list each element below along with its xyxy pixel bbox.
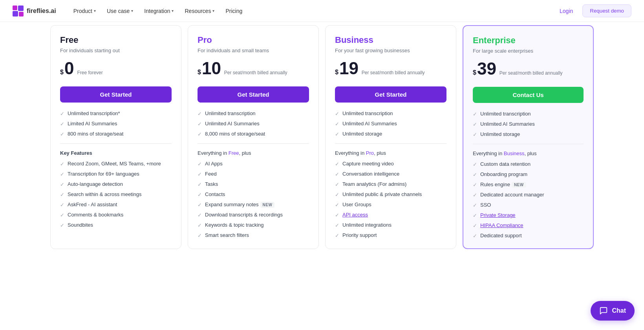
feature-text: Soundbites [68,222,93,228]
highlight-item: ✓ Unlimited storage [473,131,584,138]
nav-actions: Login Request demo [555,4,631,17]
nav-item-resources[interactable]: Resources ▾ [180,6,219,16]
feature-text[interactable]: HIPAA Compliance [480,222,523,228]
feature-item: ✓ Dedicated support [473,233,584,239]
login-link[interactable]: Login [555,6,578,16]
feature-list: ✓ AI Apps ✓ Feed ✓ Tasks ✓ Contacts ✓ Ex… [198,161,309,238]
price-amount: 10 [202,60,221,77]
feature-text: Dedicated account manager [480,192,544,198]
highlight-list: ✓ Unlimited transcription ✓ Unlimited AI… [198,110,309,137]
feature-text: Feed [205,171,217,177]
check-icon: ✓ [198,222,202,228]
nav-item-usecase[interactable]: Use case ▾ [102,6,138,16]
logo-link[interactable]: fireflies.ai [13,6,56,16]
check-icon: ✓ [473,132,477,138]
check-icon: ✓ [473,202,477,208]
feature-text: Comments & bookmarks [68,212,123,218]
check-icon: ✓ [335,222,339,228]
feature-item: ✓ Team analytics (For admins) [335,181,446,187]
check-icon: ✓ [473,111,477,117]
plan-desc: For large scale enterprises [473,48,584,54]
chevron-down-icon: ▾ [94,9,96,13]
plan-price: $ 39 Per seat/month billed annually [473,60,584,81]
highlight-list: ✓ Unlimited transcription* ✓ Limited AI … [60,110,172,137]
check-icon: ✓ [335,171,339,177]
plan-desc: For individuals and small teams [198,48,309,53]
check-icon: ✓ [198,131,202,137]
feature-item: ✓ Soundbites [60,222,172,228]
highlight-text: Limited AI Summaries [68,121,117,126]
nav-item-pricing[interactable]: Pricing [221,6,247,16]
feature-item: ✓ User Groups [335,202,446,208]
svg-rect-3 [19,12,24,16]
check-icon: ✓ [335,121,339,127]
plan-cta-business[interactable]: Get Started [335,86,446,103]
plan-cta-pro[interactable]: Get Started [198,86,309,103]
check-icon: ✓ [60,171,64,177]
highlight-item: ✓ Unlimited transcription [473,111,584,117]
feature-text: Download transcripts & recordings [205,212,283,218]
feature-item: ✓ Keywords & topic tracking [198,222,309,228]
feature-text: Onboarding program [480,171,527,177]
feature-item: ✓ Contacts [198,191,309,198]
pricing-section: Free For individuals starting out $ 0 Fr… [0,22,644,268]
highlight-item: ✓ Unlimited storage [335,131,446,137]
plan-name: Business [335,35,446,45]
highlight-text: Unlimited transcription [480,111,531,117]
highlight-text: Unlimited storage [342,131,382,137]
feature-text: AI Apps [205,161,223,167]
feature-item: ✓ Private Storage [473,212,584,218]
highlight-text: Unlimited transcription* [68,110,120,116]
feature-item: ✓ SSO [473,202,584,208]
price-dollar: $ [198,69,201,76]
check-icon: ✓ [198,212,202,218]
new-badge: NEW [260,202,275,208]
feature-text: User Groups [342,202,371,207]
check-icon: ✓ [335,212,339,218]
feature-text: Auto-language detection [68,181,123,187]
check-icon: ✓ [198,161,202,167]
check-icon: ✓ [473,213,477,218]
highlight-text: Unlimited AI Summaries [480,121,535,127]
nav-item-product[interactable]: Product ▾ [69,6,101,16]
check-icon: ✓ [60,161,64,167]
plan-price: $ 19 Per seat/month billed annually [335,60,446,80]
price-dollar: $ [60,69,64,76]
feature-item: ✓ Search within & across meetings [60,191,172,198]
price-dollar: $ [473,69,476,76]
feature-item: ✓ Custom data retention [473,161,584,167]
plan-card-business: Business For your fast growing businesse… [325,25,456,249]
plan-card-pro: Pro For individuals and small teams $ 10… [188,25,319,249]
check-icon: ✓ [198,202,202,208]
feature-text[interactable]: Private Storage [480,212,516,218]
feature-item: ✓ HIPAA Compliance [473,222,584,229]
nav-item-integration[interactable]: Integration ▾ [139,6,178,16]
feature-text: Transcription for 69+ languages [68,171,139,177]
price-desc: Free forever [77,70,102,76]
feature-item: ✓ Unlimited integrations [335,222,446,228]
check-icon: ✓ [473,192,477,198]
plan-cta-enterprise[interactable]: Contact Us [473,87,584,103]
plan-name: Pro [198,35,309,45]
highlight-text: 800 mins of storage/seat [68,131,123,137]
price-desc: Per seat/month billed annually [224,70,287,76]
highlight-list: ✓ Unlimited transcription ✓ Unlimited AI… [473,111,584,138]
section-title: Everything in Pro, plus [335,150,446,156]
feature-text: Expand summary notesNEW [205,202,274,207]
chevron-down-icon: ▾ [131,9,133,13]
feature-item: ✓ Onboarding program [473,171,584,178]
plan-cta-free[interactable]: Get Started [60,86,172,103]
feature-text[interactable]: API access [342,212,368,218]
feature-item: ✓ Auto-language detection [60,181,172,187]
feature-item: ✓ Priority support [335,232,446,238]
logo-icon [13,6,24,16]
feature-item: ✓ Tasks [198,181,309,187]
new-badge: NEW [512,182,526,188]
plan-desc: For your fast growing businesses [335,48,446,53]
plan-price: $ 10 Per seat/month billed annually [198,60,309,80]
highlight-item: ✓ Unlimited AI Summaries [335,121,446,127]
svg-rect-0 [13,6,17,10]
request-demo-button[interactable]: Request demo [582,4,631,17]
price-dollar: $ [335,69,338,76]
plan-name: Enterprise [473,35,584,46]
